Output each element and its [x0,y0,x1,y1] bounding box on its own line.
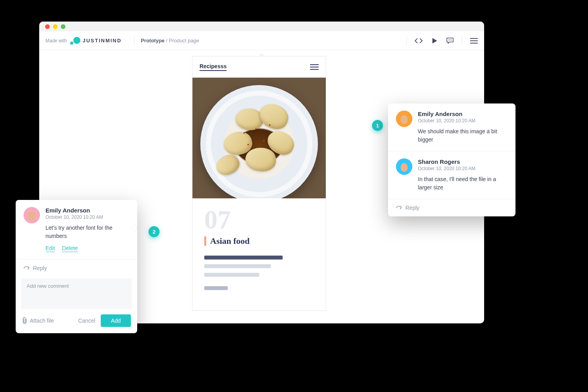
new-comment-input[interactable]: Add new comment [21,278,132,309]
text-placeholder-lines [204,256,314,290]
maximize-window-icon[interactable] [61,24,65,29]
comment-text: Let's try another font for the numbers [45,224,129,240]
comment-date: October 10, 2020 10:20 AM [45,214,129,220]
reply-arrow-icon [396,205,402,211]
edit-link[interactable]: Edit [45,245,55,252]
app-topbar: Made with JUSTINMIND Prototype / Product… [39,31,484,50]
attach-file-button[interactable]: Attach file [22,317,54,324]
made-with-label: Made with [45,38,67,44]
brand-name: JUSTINMIND [83,38,122,44]
mobile-header: Recipesss [192,56,326,78]
comment-date: October 10, 2020 10:20 AM [418,118,508,123]
comment-thread-1: Emily Anderson October 10, 2020 10:20 AM… [388,103,515,216]
svg-point-2 [451,40,452,40]
code-icon[interactable] [415,37,423,45]
reply-arrow-icon [24,265,30,271]
menu-icon[interactable] [470,37,478,45]
comment-author: Emily Anderson [418,111,508,117]
comment-thread-2: Emily Anderson October 10, 2020 10:20 AM… [16,200,137,333]
comment-text: In that case, I'll need the file in a la… [418,175,508,192]
attach-label: Attach file [30,318,54,324]
paperclip-icon [22,317,27,324]
comment: Emily Anderson October 10, 2020 10:20 AM… [16,200,137,259]
mobile-preview: Recipesss [192,56,326,311]
recipe-number: 07 [204,206,314,233]
minimize-window-icon[interactable] [53,24,58,29]
reply-button[interactable]: Reply [388,199,515,216]
comment: Emily Anderson October 10, 2020 10:20 AM… [388,103,515,151]
avatar [24,207,40,223]
breadcrumb[interactable]: Prototype / Product page [141,38,199,44]
mobile-content: 07 Asian food [192,198,326,298]
reply-button[interactable]: Reply [16,259,137,277]
crumb-page[interactable]: Product page [169,38,199,44]
logo-icon [70,37,80,45]
delete-link[interactable]: Delete [62,245,78,252]
avatar [396,158,412,175]
comment-author: Sharon Rogers [418,158,508,165]
reply-label: Reply [405,205,419,211]
hero-image [192,78,326,198]
play-icon[interactable] [430,37,438,45]
cancel-button[interactable]: Cancel [78,318,95,324]
recipe-title-row: Asian food [204,236,314,246]
site-logo-text[interactable]: Recipesss [200,63,227,71]
comment-date: October 10, 2020 10:20 AM [418,166,508,171]
accent-bar [204,236,206,246]
svg-point-1 [450,40,450,40]
divider [134,36,134,45]
comments-icon[interactable] [446,37,454,45]
comment: Sharon Rogers October 10, 2020 10:20 AM … [388,151,515,199]
add-button[interactable]: Add [101,314,131,327]
svg-point-0 [448,40,449,40]
hamburger-icon[interactable] [310,64,319,70]
toolbar [407,36,478,45]
window-controls [39,22,484,31]
avatar [396,111,412,127]
reply-label: Reply [33,265,47,271]
comment-text: We should make this image a bit bigger [418,127,508,144]
recipe-title: Asian food [210,236,250,246]
comment-pin-2[interactable]: 2 [149,226,160,237]
comment-pin-1[interactable]: 1 [372,120,383,131]
comment-author: Emily Anderson [45,207,129,214]
close-window-icon[interactable] [45,24,50,29]
crumb-root[interactable]: Prototype [141,38,165,44]
